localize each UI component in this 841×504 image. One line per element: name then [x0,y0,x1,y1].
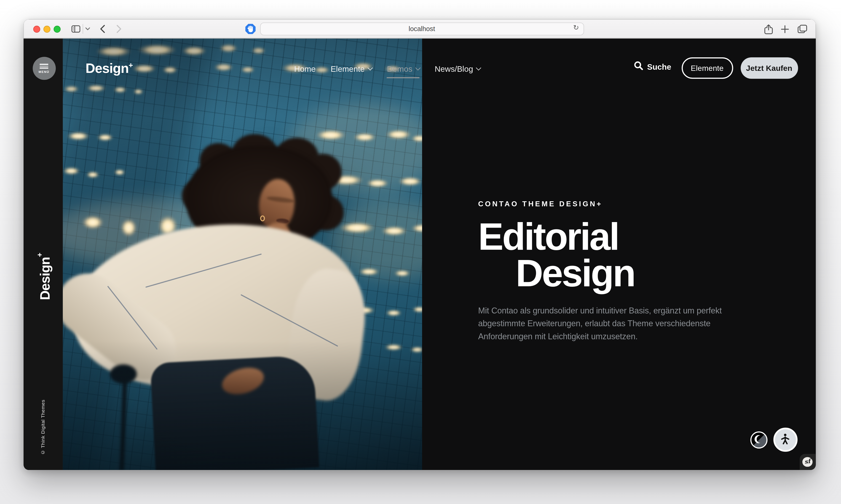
address-bar-url: localhost [409,25,435,33]
share-icon[interactable] [763,19,774,38]
tab-group-chevron-icon[interactable] [84,19,91,38]
tab-overview-icon[interactable] [796,19,808,38]
hero-title-line2: Design [515,255,736,292]
buy-button[interactable]: Jetzt Kaufen [740,57,798,79]
screenshot: localhost ↻ [0,0,841,504]
browser-titlebar: localhost ↻ [23,19,816,38]
nav-item-news-blog[interactable]: News/Blog [435,64,480,73]
chevron-down-icon [476,65,481,70]
copyright-text: © Think Digital Themes [40,388,45,455]
toolbar-divider [82,24,83,34]
hero-eyebrow: CONTAO THEME DESIGN+ [478,200,736,208]
hero-paragraph: Mit Contao als grundsolider und intuitiv… [478,304,736,342]
site-header: Design+ HomeElementeDemosNews/Blog Suche… [23,39,816,97]
main-nav: HomeElementeDemosNews/Blog [294,62,480,75]
dark-mode-toggle-button[interactable] [750,431,767,449]
chevron-down-icon [416,65,421,70]
site-logo[interactable]: Design+ [86,60,133,76]
accessibility-button[interactable] [773,428,797,452]
sidebar-icon[interactable] [70,19,82,38]
hero-section: CONTAO THEME DESIGN+ Editorial Design Mi… [478,200,736,343]
close-window-button[interactable] [33,25,40,32]
chevron-down-icon [368,65,373,70]
nav-item-label: News/Blog [435,64,473,73]
nav-item-label: Demos [387,64,412,73]
left-rail: MENÜ Design+ © Think Digital Themes [23,39,63,470]
nav-item-label: Home [294,64,316,73]
forward-icon[interactable] [115,19,123,38]
active-nav-underline [387,77,420,78]
content-blocker-shield-icon[interactable] [244,19,256,38]
reload-icon[interactable]: ↻ [573,23,579,32]
accessibility-icon [779,432,792,447]
minimize-window-button[interactable] [43,25,50,32]
address-bar[interactable]: localhost ↻ [260,23,584,35]
back-icon[interactable] [98,19,107,38]
search-label: Suche [647,62,671,71]
nav-item-elemente[interactable]: Elemente [331,64,372,73]
vertical-logo: Design+ [35,209,53,300]
symfony-profiler-badge: sf [800,454,816,470]
hero-photo [63,39,422,470]
safari-window: localhost ↻ [23,19,816,470]
symfony-logo[interactable]: sf [802,457,812,467]
elemente-button[interactable]: Elemente [681,57,733,79]
nav-item-home[interactable]: Home [294,64,316,73]
search-icon [634,61,643,72]
webpage-content: MENÜ Design+ © Think Digital Themes Desi… [23,39,816,470]
photo-vignette [63,39,422,470]
new-tab-icon[interactable] [779,19,791,38]
search-button[interactable]: Suche [634,61,671,72]
nav-item-demos[interactable]: Demos [387,64,420,73]
moon-icon [754,434,764,446]
zoom-window-button[interactable] [53,25,60,32]
hero-title-line1: Editorial [478,219,736,255]
nav-item-label: Elemente [331,64,365,73]
